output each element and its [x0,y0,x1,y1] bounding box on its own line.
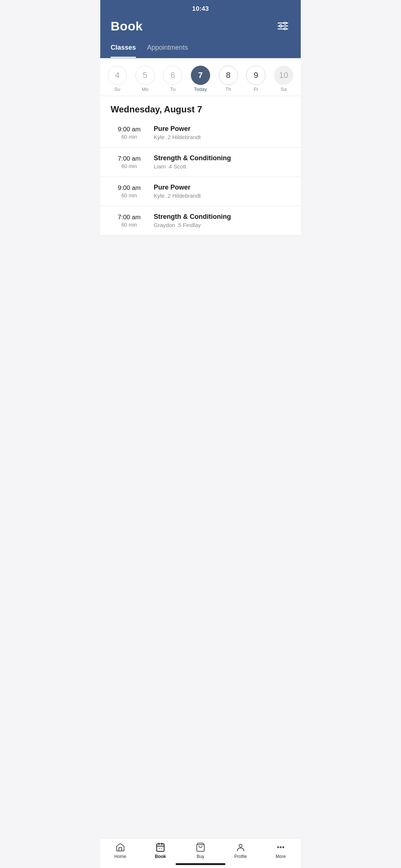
class-info-1: Pure Power Kyle .2 Hildebrandt [154,125,290,141]
day-label-9: Fr [254,86,258,92]
calendar-day-6[interactable]: 6 Tu [161,66,185,92]
day-label-today: Today [194,86,207,92]
class-info-2: Strength & Conditioning Liam .4 Scott [154,154,290,170]
svg-point-3 [280,25,282,27]
status-time: 10:43 [192,5,209,12]
calendar-day-8[interactable]: 8 Th [216,66,240,92]
calendar-day-5[interactable]: 5 Mo [133,66,157,92]
tab-bar: Classes Appointments [100,41,301,58]
classes-list: 9:00 am 60 min Pure Power Kyle .2 Hildeb… [100,118,301,236]
day-number-7: 7 [191,66,210,85]
class-item-2[interactable]: 7:00 am 60 min Strength & Conditioning L… [100,148,301,177]
calendar-strip: 4 Su 5 Mo 6 Tu 7 Today 8 Th 9 Fr 10 Sa [100,58,301,96]
class-item-1[interactable]: 9:00 am 60 min Pure Power Kyle .2 Hildeb… [100,118,301,148]
class-item-3[interactable]: 9:00 am 60 min Pure Power Kyle .2 Hildeb… [100,177,301,206]
calendar-day-10[interactable]: 10 Sa [272,66,296,92]
tab-appointments[interactable]: Appointments [147,41,188,58]
day-label-5: Mo [142,86,149,92]
day-number-6: 6 [163,66,182,85]
filter-button[interactable] [276,19,290,33]
svg-point-1 [284,22,286,24]
header: Book [100,15,301,41]
tab-classes[interactable]: Classes [111,41,136,58]
day-label-10: Sa [281,86,287,92]
class-info-4: Strength & Conditioning Graydon .5 Findl… [154,213,290,228]
day-number-8: 8 [219,66,238,85]
calendar-day-9[interactable]: 9 Fr [244,66,268,92]
date-heading: Wednesday, August 7 [100,96,301,118]
day-number-5: 5 [136,66,155,85]
class-time-3: 9:00 am 60 min [111,184,148,198]
class-item-4[interactable]: 7:00 am 60 min Strength & Conditioning G… [100,206,301,236]
day-label-6: Tu [170,86,176,92]
class-time-1: 9:00 am 60 min [111,126,148,140]
filter-icon [278,22,288,30]
calendar-day-7[interactable]: 7 Today [189,66,212,92]
calendar-day-4[interactable]: 4 Su [105,66,129,92]
day-label-8: Th [225,86,231,92]
main-content: 4 Su 5 Mo 6 Tu 7 Today 8 Th 9 Fr 10 Sa W… [100,58,301,273]
class-info-3: Pure Power Kyle .2 Hildebrandt [154,184,290,199]
class-time-2: 7:00 am 60 min [111,155,148,169]
status-bar: 10:43 [100,0,301,15]
svg-point-5 [284,28,286,30]
day-number-9: 9 [246,66,265,85]
header-title: Book [111,19,143,33]
day-number-10: 10 [274,66,293,85]
class-time-4: 7:00 am 60 min [111,214,148,228]
day-number-4: 4 [108,66,127,85]
day-label-4: Su [114,86,120,92]
